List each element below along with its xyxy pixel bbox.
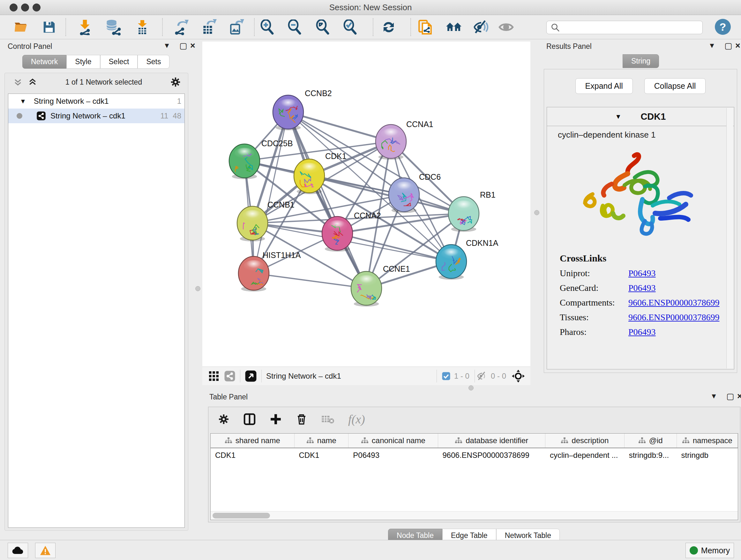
copy-network-icon[interactable]: [417, 19, 433, 36]
memory-button[interactable]: Memory: [685, 543, 734, 558]
network-view-share-icon[interactable]: [224, 370, 235, 382]
panel-close-icon[interactable]: ×: [190, 41, 195, 51]
birds-eye-view-icon[interactable]: [245, 370, 257, 382]
tab-sets[interactable]: Sets: [138, 55, 170, 69]
grid-view-icon[interactable]: [208, 370, 219, 382]
table-cell[interactable]: 9606.ENSP00000378699: [438, 448, 545, 463]
function-builder-button[interactable]: f(x): [348, 412, 365, 426]
collapse-triangle-icon[interactable]: ▼: [20, 98, 26, 105]
table-cell[interactable]: stringdb: [677, 448, 738, 463]
automation-cloud-button[interactable]: [8, 543, 28, 558]
network-node-CCNB2[interactable]: CCNB2: [273, 89, 332, 130]
table-cell[interactable]: stringdb:9...: [624, 448, 677, 463]
toolbar-separator: [65, 18, 66, 36]
table-cell[interactable]: P06493: [348, 448, 438, 463]
collapse-all-button[interactable]: Collapse All: [644, 78, 706, 94]
show-columns-icon[interactable]: [244, 413, 256, 425]
network-collection-row[interactable]: ▼ String Network – cdk1 1: [8, 94, 185, 109]
table-cell[interactable]: cyclin–dependent ...: [545, 448, 624, 463]
network-edge[interactable]: [254, 112, 288, 273]
selected-nodes-checkbox[interactable]: [441, 371, 451, 381]
panel-close-icon[interactable]: ×: [735, 41, 740, 51]
network-edge[interactable]: [288, 112, 366, 288]
network-node-RB1[interactable]: RB1: [448, 190, 495, 232]
open-session-icon[interactable]: [13, 19, 29, 36]
column-header-description[interactable]: description: [545, 434, 624, 448]
panel-float-icon[interactable]: ▢: [724, 41, 732, 51]
homes-icon[interactable]: [446, 19, 462, 36]
network-node-CCNE1[interactable]: CCNE1: [351, 264, 410, 307]
export-table-icon[interactable]: [200, 19, 217, 36]
export-image-icon[interactable]: [228, 19, 245, 36]
zoom-selected-icon[interactable]: [342, 19, 359, 36]
panel-menu-icon[interactable]: ▼: [709, 42, 716, 50]
tab-style[interactable]: Style: [66, 55, 100, 69]
panel-close-icon[interactable]: ×: [737, 391, 741, 401]
column-header-canonicalname[interactable]: canonical name: [348, 434, 438, 448]
crosslink-label: GeneCard:: [560, 283, 628, 293]
control-panel: Control Panel ▼ ▢ × NetworkStyleSelectSe…: [2, 41, 190, 531]
network-options-gear-icon[interactable]: [170, 77, 181, 87]
crosslink-row: Compartments: 9606.ENSP00000378699: [560, 298, 734, 308]
network-edge[interactable]: [254, 273, 366, 288]
tab-string[interactable]: String: [623, 54, 659, 68]
help-button[interactable]: ?: [715, 19, 731, 35]
panel-menu-icon[interactable]: ▼: [711, 392, 718, 400]
eye-slash-icon[interactable]: [473, 19, 489, 36]
table-options-gear-icon[interactable]: [218, 414, 229, 425]
column-header-sharedname[interactable]: shared name: [211, 434, 294, 448]
zoom-out-icon[interactable]: [286, 19, 303, 36]
panel-menu-icon[interactable]: ▼: [163, 42, 171, 50]
fit-selected-crosshair-icon[interactable]: [512, 370, 525, 382]
table-cell[interactable]: CDK1: [294, 448, 348, 463]
left-splitter-handle[interactable]: [195, 286, 200, 291]
panel-float-icon[interactable]: ▢: [179, 41, 187, 51]
crosslink-link[interactable]: P06493: [628, 327, 656, 337]
network-node-CDKN1A[interactable]: CDKN1A: [436, 239, 498, 280]
zoom-in-icon[interactable]: [259, 19, 276, 36]
network-node-CCNB1[interactable]: CCNB1: [237, 200, 294, 241]
import-network-database-icon[interactable]: [105, 19, 121, 36]
search-input[interactable]: [562, 23, 702, 32]
string-network-graph[interactable]: CCNB2CCNA1CDC25BCDK1CDC6RB1CCNB1CCNA2CDK…: [202, 42, 530, 367]
search-box[interactable]: [546, 21, 703, 34]
column-header-id[interactable]: @id: [624, 434, 677, 448]
export-network-icon[interactable]: [172, 19, 189, 36]
expand-all-networks-icon[interactable]: [13, 77, 23, 87]
gene-collapse-triangle-icon[interactable]: ▼: [615, 113, 622, 120]
table-horizontal-scrollbar[interactable]: [211, 511, 738, 520]
import-table-icon[interactable]: [134, 19, 151, 36]
crosslink-link[interactable]: 9606.ENSP00000378699: [628, 312, 719, 322]
column-header-namespace[interactable]: namespace: [677, 434, 738, 448]
right-splitter-handle[interactable]: [534, 210, 539, 215]
collapse-all-networks-icon[interactable]: [28, 77, 37, 87]
create-column-icon[interactable]: [270, 413, 282, 425]
network-row[interactable]: String Network – cdk1 11 48: [8, 109, 185, 123]
memory-label: Memory: [701, 546, 730, 555]
hidden-eye-slash-icon[interactable]: [477, 371, 488, 381]
tab-select[interactable]: Select: [100, 55, 138, 69]
network-node-HIST1H1A[interactable]: HIST1H1A: [239, 251, 301, 292]
delete-column-icon[interactable]: [296, 414, 307, 425]
apply-layout-icon[interactable]: [381, 19, 397, 36]
crosslink-link[interactable]: 9606.ENSP00000378699: [628, 298, 719, 308]
protein-structure-image: [574, 144, 708, 250]
save-session-icon[interactable]: [41, 19, 57, 36]
column-header-name[interactable]: name: [294, 434, 349, 448]
zoom-fit-icon[interactable]: [315, 19, 331, 36]
table-cell[interactable]: CDK1: [211, 448, 294, 463]
network-canvas[interactable]: CCNB2CCNA1CDC25BCDK1CDC6RB1CCNB1CCNA2CDK…: [202, 42, 530, 367]
control-panel-title: Control Panel: [8, 42, 52, 51]
bottom-splitter-handle[interactable]: [468, 385, 474, 390]
import-network-file-icon[interactable]: [77, 19, 93, 36]
gene-card-scrollbar[interactable]: [726, 108, 733, 368]
column-header-databaseidentifier[interactable]: database identifier: [438, 434, 546, 448]
crosslink-link[interactable]: P06493: [628, 283, 656, 293]
panel-float-icon[interactable]: ▢: [726, 391, 734, 401]
tab-network[interactable]: Network: [22, 55, 66, 69]
expand-all-button[interactable]: Expand All: [576, 78, 633, 94]
crosslink-link[interactable]: P06493: [628, 268, 656, 278]
warnings-button[interactable]: [35, 543, 56, 558]
scrollbar-thumb[interactable]: [212, 513, 270, 518]
table-row[interactable]: CDK1CDK1P064939606.ENSP00000378699cyclin…: [211, 448, 738, 463]
